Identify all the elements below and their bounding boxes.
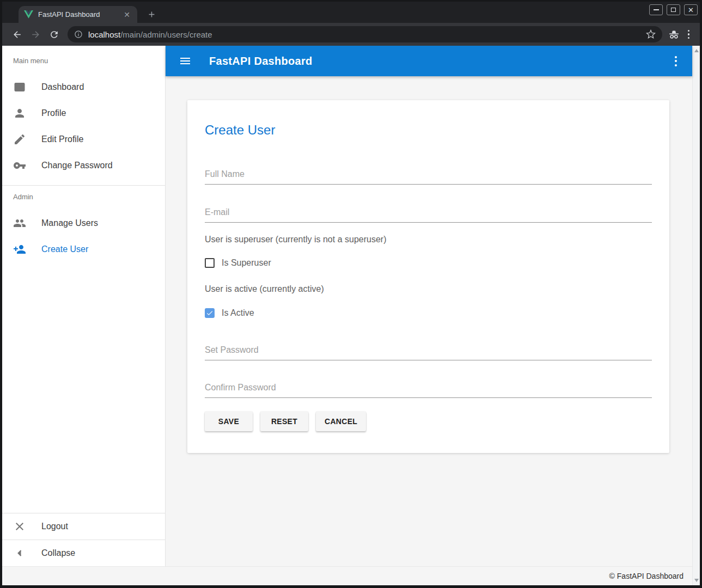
active-note: User is active (currently active) bbox=[205, 284, 652, 294]
active-checkbox[interactable] bbox=[205, 308, 215, 318]
chevron-left-icon bbox=[13, 547, 26, 560]
page-title: Create User bbox=[205, 122, 652, 138]
sidebar-item-logout[interactable]: Logout bbox=[2, 513, 165, 540]
minimize-button[interactable] bbox=[649, 4, 663, 15]
cancel-button[interactable]: CANCEL bbox=[316, 412, 366, 431]
tab-close-icon[interactable]: ✕ bbox=[122, 10, 132, 19]
full-name-placeholder: Full Name bbox=[205, 169, 652, 179]
set-password-placeholder: Set Password bbox=[205, 345, 652, 355]
reset-button[interactable]: RESET bbox=[260, 412, 308, 431]
sidebar-item-change-password[interactable]: Change Password bbox=[2, 152, 165, 179]
full-name-field[interactable]: Full Name bbox=[205, 169, 652, 185]
appbar-menu-icon[interactable] bbox=[673, 54, 679, 69]
form-buttons: SAVE RESET CANCEL bbox=[205, 412, 652, 431]
sidebar-item-label: Logout bbox=[41, 522, 68, 531]
window-controls: ✕ bbox=[649, 4, 698, 15]
scrollbar-down-icon[interactable] bbox=[694, 579, 699, 582]
sidebar-section-admin: Admin bbox=[13, 193, 165, 201]
content-area: Create User Full Name E-mail User is sup… bbox=[166, 76, 692, 566]
sidebar-item-label: Collapse bbox=[41, 548, 75, 558]
active-checkbox-row[interactable]: Is Active bbox=[205, 308, 652, 318]
bookmark-star-icon[interactable] bbox=[646, 29, 656, 39]
back-button[interactable] bbox=[10, 28, 23, 41]
sidebar-divider bbox=[2, 185, 165, 186]
check-icon bbox=[206, 309, 213, 317]
sidebar-item-dashboard[interactable]: Dashboard bbox=[2, 74, 165, 100]
browser-window: FastAPI Dashboard ✕ ✕ localhost/main/adm… bbox=[0, 0, 702, 588]
sidebar-item-label: Dashboard bbox=[41, 82, 84, 92]
maximize-button[interactable] bbox=[667, 4, 680, 15]
tab-title: FastAPI Dashboard bbox=[38, 10, 122, 19]
maximize-icon bbox=[671, 8, 676, 12]
reload-icon bbox=[49, 29, 59, 40]
sidebar-item-label: Create User bbox=[41, 244, 88, 254]
browser-menu-icon[interactable] bbox=[688, 30, 690, 39]
app-bar: FastAPI Dashboard bbox=[166, 46, 692, 76]
scrollbar-up-icon[interactable] bbox=[694, 49, 699, 52]
forward-icon bbox=[30, 29, 41, 40]
sidebar-item-label: Manage Users bbox=[41, 218, 98, 228]
browser-toolbar: localhost/main/admin/users/create bbox=[2, 23, 700, 46]
close-window-button[interactable]: ✕ bbox=[684, 4, 698, 15]
hamburger-menu-button[interactable] bbox=[179, 54, 192, 68]
close-window-icon: ✕ bbox=[688, 7, 694, 14]
incognito-icon bbox=[668, 28, 680, 41]
back-icon bbox=[12, 29, 22, 40]
active-checkbox-label: Is Active bbox=[222, 308, 254, 318]
pencil-icon bbox=[13, 133, 26, 146]
key-icon bbox=[13, 159, 26, 172]
sidebar: Main menu Dashboard Profile Edit Profile bbox=[2, 46, 166, 566]
vue-logo-icon bbox=[24, 10, 33, 19]
superuser-checkbox-row[interactable]: Is Superuser bbox=[205, 258, 652, 268]
superuser-checkbox-label: Is Superuser bbox=[222, 258, 271, 268]
page-footer: © FastAPI Dashboard bbox=[2, 566, 692, 585]
sidebar-item-manage-users[interactable]: Manage Users bbox=[2, 210, 165, 236]
footer-copyright: © FastAPI Dashboard bbox=[609, 572, 683, 580]
minimize-icon bbox=[654, 9, 659, 10]
confirm-password-placeholder: Confirm Password bbox=[205, 383, 652, 393]
logout-close-icon bbox=[13, 520, 26, 533]
superuser-checkbox[interactable] bbox=[205, 258, 215, 268]
sidebar-item-collapse[interactable]: Collapse bbox=[2, 540, 165, 566]
page-viewport: Main menu Dashboard Profile Edit Profile bbox=[2, 46, 700, 585]
hamburger-icon bbox=[179, 54, 192, 68]
create-user-card: Create User Full Name E-mail User is sup… bbox=[187, 100, 669, 453]
main-area: FastAPI Dashboard Create User Full Name … bbox=[166, 46, 692, 566]
confirm-password-field[interactable]: Confirm Password bbox=[205, 383, 652, 398]
sidebar-spacer bbox=[2, 262, 165, 513]
sidebar-item-create-user[interactable]: Create User bbox=[2, 236, 165, 262]
dashboard-icon bbox=[13, 81, 26, 94]
new-tab-button[interactable] bbox=[146, 9, 157, 20]
sidebar-item-label: Edit Profile bbox=[41, 134, 83, 144]
browser-tab[interactable]: FastAPI Dashboard ✕ bbox=[19, 6, 137, 23]
sidebar-item-label: Change Password bbox=[41, 161, 113, 170]
site-info-icon[interactable] bbox=[74, 30, 83, 39]
set-password-field[interactable]: Set Password bbox=[205, 345, 652, 360]
sidebar-item-label: Profile bbox=[41, 108, 66, 118]
sidebar-item-profile[interactable]: Profile bbox=[2, 100, 165, 126]
appbar-title: FastAPI Dashboard bbox=[209, 55, 313, 68]
person-icon bbox=[13, 107, 26, 120]
url-text: localhost/main/admin/users/create bbox=[88, 30, 646, 39]
group-icon bbox=[13, 217, 26, 230]
person-add-icon bbox=[13, 243, 26, 256]
forward-button[interactable] bbox=[29, 28, 42, 41]
reload-button[interactable] bbox=[47, 28, 60, 41]
url-bar[interactable]: localhost/main/admin/users/create bbox=[68, 26, 662, 42]
url-path: /main/admin/users/create bbox=[120, 30, 212, 39]
url-host: localhost bbox=[88, 30, 120, 39]
sidebar-section-main-menu: Main menu bbox=[13, 57, 165, 65]
sidebar-item-edit-profile[interactable]: Edit Profile bbox=[2, 126, 165, 152]
vertical-scrollbar[interactable] bbox=[692, 46, 700, 585]
tab-strip: FastAPI Dashboard ✕ ✕ bbox=[2, 2, 700, 23]
save-button[interactable]: SAVE bbox=[205, 412, 253, 431]
superuser-note: User is superuser (currently is not a su… bbox=[205, 235, 652, 244]
email-placeholder: E-mail bbox=[205, 207, 652, 217]
email-field[interactable]: E-mail bbox=[205, 207, 652, 223]
